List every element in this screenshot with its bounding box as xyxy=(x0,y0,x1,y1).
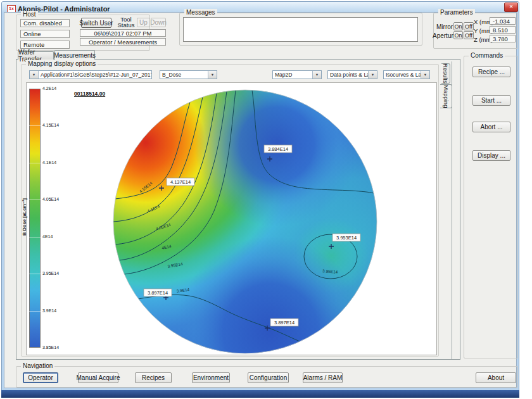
abort-button[interactable]: Abort ... xyxy=(472,122,510,132)
nav-operator-button[interactable]: Operator xyxy=(23,372,58,383)
svg-text:4.137E14: 4.137E14 xyxy=(170,179,191,185)
nav-recipes-button[interactable]: Recipes xyxy=(135,372,172,383)
mirror-label: Mirror xyxy=(436,23,452,30)
colorbar-axis-title: B Dose [at.cm⁻²] xyxy=(22,182,27,252)
session-mode-field: Operator / Measurements xyxy=(80,38,166,46)
aperture-on-button[interactable]: On xyxy=(453,31,463,39)
side-tab-results[interactable]: Results xyxy=(441,63,450,84)
nav-manual-acquire-button[interactable]: Manual Acquire xyxy=(78,372,118,383)
tab-wafer-transfer[interactable]: Wafer Transfer xyxy=(18,51,54,60)
y-mm-label: Y (mm) xyxy=(474,27,489,34)
svg-text:3.897E14: 3.897E14 xyxy=(274,320,294,326)
commands-group-label: Commands xyxy=(469,52,505,60)
tool-up-button[interactable]: Up xyxy=(137,18,150,27)
parameters-group-label: Parameters xyxy=(438,9,475,16)
x-mm-label: X (mm) xyxy=(474,18,489,25)
z-mm-label: Z (mm) xyxy=(474,36,489,43)
dropdown-arrow-icon xyxy=(208,71,217,79)
mirror-on-button[interactable]: On xyxy=(453,22,463,30)
nav-configuration-button[interactable]: Configuration xyxy=(248,372,289,383)
application-window: Akonis-Pilot - Administrator Host Com. d… xyxy=(0,0,532,399)
datapoints-combo[interactable]: Data points & Labels xyxy=(327,70,377,79)
tool-down-button[interactable]: Down xyxy=(151,18,166,27)
svg-text:3.884E14: 3.884E14 xyxy=(268,146,288,152)
svg-text:3.897E14: 3.897E14 xyxy=(148,290,168,296)
tab-measurements[interactable]: Measurements xyxy=(54,50,95,60)
dropdown-arrow-icon xyxy=(421,71,429,79)
about-button[interactable]: About xyxy=(476,372,516,383)
start-button[interactable]: Start ... xyxy=(472,95,510,106)
close-icon[interactable] xyxy=(504,3,518,12)
host-group-label: Host xyxy=(21,11,38,18)
tool-status-label: ToolStatus xyxy=(116,16,136,28)
parameter-combo[interactable]: B_Dose xyxy=(160,70,217,79)
nav-environment-button[interactable]: Environment xyxy=(192,372,230,383)
z-mm-value: 3.780 xyxy=(490,35,516,42)
nav-alarms-ram-button[interactable]: Alarms / RAM xyxy=(303,372,343,383)
map-type-combo[interactable]: Map2D xyxy=(272,70,322,79)
host-remote-status-field: Remote xyxy=(20,41,70,49)
switch-user-button[interactable]: Switch User xyxy=(81,18,111,28)
wafer-id-label: 00118514.00 xyxy=(74,91,105,97)
mapping-options-label: Mapping display options xyxy=(26,60,98,68)
x-mm-value: -1.034 xyxy=(490,17,516,25)
messages-box xyxy=(183,17,418,42)
host-online-status-field: Online xyxy=(20,30,70,38)
display-button[interactable]: Display ... xyxy=(472,150,510,161)
dataset-combo[interactable]: Application#1\SiGeB\Step25\#12-Jun_07_20… xyxy=(29,70,152,79)
dropdown-arrow-icon xyxy=(368,71,377,79)
aperture-off-button[interactable]: Off xyxy=(464,31,474,39)
recipe-button[interactable]: Recipe ... xyxy=(472,66,510,77)
isocurves-combo[interactable]: Isocurves & Labels xyxy=(383,70,430,79)
messages-group-label: Messages xyxy=(184,9,217,16)
dropdown-arrow-icon xyxy=(312,71,321,79)
y-mm-value: 8.510 xyxy=(490,26,516,34)
datetime-field: 06\09\2017 02:07 PM xyxy=(80,29,166,37)
svg-text:3.953E14: 3.953E14 xyxy=(336,235,357,241)
side-tab-mapping[interactable]: Mapping xyxy=(440,84,452,108)
wafer-contour-map: 00118514.00 4.15E14 4.1E14 4.05E14 4E14 … xyxy=(28,83,436,355)
aperture-label: Aperture xyxy=(433,32,452,39)
wafer-surface xyxy=(28,83,436,355)
navigation-group-label: Navigation xyxy=(21,362,54,370)
window-bottom-border xyxy=(1,390,519,398)
host-com-status-field: Com. disabled xyxy=(20,19,70,27)
dropdown-arrow-icon xyxy=(30,71,39,79)
mirror-off-button[interactable]: Off xyxy=(464,22,474,30)
